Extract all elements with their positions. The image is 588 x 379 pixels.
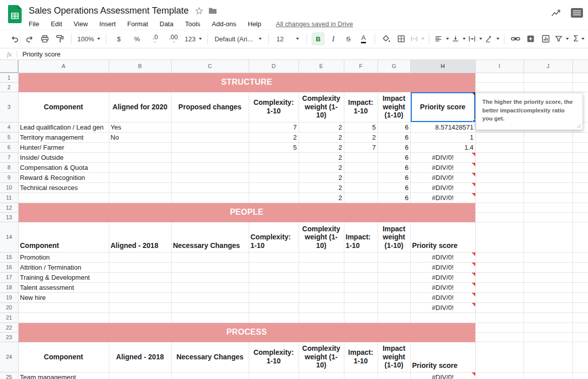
explore-trend-icon[interactable] (551, 9, 562, 18)
cell-J18[interactable] (524, 282, 572, 292)
cell-C15[interactable] (171, 252, 249, 262)
cell-F5[interactable]: 2 (344, 132, 378, 142)
row-header-23[interactable]: 23 (0, 332, 18, 342)
cell-B14[interactable]: Aligned - 2018 (109, 222, 171, 252)
cell-B11[interactable] (109, 193, 171, 203)
cell-C8[interactable] (171, 162, 249, 172)
cell-A11[interactable] (18, 193, 109, 203)
row-header-5[interactable]: 5 (0, 132, 18, 142)
cell-D9[interactable] (249, 172, 299, 182)
row-header-14[interactable]: 14 (0, 222, 18, 252)
cell-B9[interactable] (109, 172, 171, 182)
cell-B16[interactable] (109, 262, 171, 272)
cell-F15[interactable] (344, 252, 378, 262)
functions-button[interactable]: Σ (571, 32, 587, 45)
cell-D21[interactable] (249, 312, 299, 323)
cell-G5[interactable]: 6 (378, 132, 410, 142)
cell-F24[interactable]: Impact: 1-10 (344, 342, 378, 372)
row-header-20[interactable]: 20 (0, 302, 18, 312)
cell-E15[interactable] (299, 252, 344, 262)
cell-A9[interactable]: Reward & Recognition (18, 172, 109, 182)
cell-D3[interactable]: Complexity: 1-10 (249, 92, 299, 122)
cell-H17[interactable]: #DIV/0! (410, 272, 475, 282)
cell-F18[interactable] (344, 282, 378, 292)
cell-B6[interactable] (109, 142, 171, 152)
cell-D8[interactable] (249, 162, 299, 172)
cell-B3[interactable]: Aligned for 2020 (109, 92, 171, 122)
formula-input[interactable]: Priority score (22, 50, 60, 58)
cell-A6[interactable]: Hunter/ Farmer (18, 142, 109, 152)
row-header-10[interactable]: 10 (0, 182, 18, 193)
row-header-25[interactable]: 25 (0, 372, 18, 379)
cell-I23[interactable] (475, 332, 524, 342)
cell-E5[interactable]: 2 (299, 132, 344, 142)
format-percent-button[interactable]: % (129, 32, 145, 45)
column-header-I[interactable]: I (475, 60, 524, 73)
cell-B10[interactable] (109, 182, 171, 193)
row-header-16[interactable]: 16 (0, 262, 18, 272)
cell-F17[interactable] (344, 272, 378, 282)
cell-G3[interactable]: Impact weight (1-10) (378, 92, 410, 122)
cell-F20[interactable] (344, 302, 378, 312)
cell-G10[interactable]: 6 (378, 182, 410, 193)
cell-D16[interactable] (249, 262, 299, 272)
cell-A17[interactable]: Training & Development (18, 272, 109, 282)
bold-button[interactable]: B (312, 32, 325, 45)
cell-J8[interactable] (524, 162, 572, 172)
cell-I24[interactable] (475, 342, 524, 372)
cell-E6[interactable]: 2 (299, 142, 344, 152)
row-header-19[interactable]: 19 (0, 292, 18, 302)
menu-add-ons[interactable]: Add-ons (212, 20, 236, 28)
cell-D20[interactable] (249, 302, 299, 312)
cell-J9[interactable] (524, 172, 572, 182)
cell-C5[interactable] (171, 132, 249, 142)
cell-A19[interactable]: New hire (18, 292, 109, 302)
cell-I2[interactable] (475, 82, 524, 92)
row-header-24[interactable]: 24 (0, 342, 18, 372)
cell-I15[interactable] (475, 252, 524, 262)
cell-F19[interactable] (344, 292, 378, 302)
cell-E11[interactable]: 2 (299, 193, 344, 203)
cell-G20[interactable] (378, 302, 410, 312)
cell-I13[interactable] (475, 212, 524, 222)
fill-color-button[interactable] (380, 32, 393, 45)
cell-K17[interactable] (572, 272, 588, 282)
row-header-6[interactable]: 6 (0, 142, 18, 152)
cell-I6[interactable] (475, 142, 524, 152)
cell-C21[interactable] (171, 312, 249, 323)
cell-G15[interactable] (378, 252, 410, 262)
cell-I20[interactable] (475, 302, 524, 312)
cell-A1[interactable]: STRUCTURE (18, 73, 475, 92)
cell-B5[interactable]: No (109, 132, 171, 142)
cell-E10[interactable]: 2 (299, 182, 344, 193)
cell-K25[interactable] (572, 372, 588, 379)
vertical-align-button[interactable] (451, 32, 466, 45)
cell-I7[interactable] (475, 152, 524, 162)
cell-G7[interactable]: 6 (378, 152, 410, 162)
cell-B18[interactable] (109, 282, 171, 292)
cell-J7[interactable] (524, 152, 572, 162)
cell-A21[interactable] (18, 312, 109, 323)
insert-comment-button[interactable] (524, 32, 537, 45)
cell-C11[interactable] (171, 193, 249, 203)
more-formats-button[interactable]: 123 (183, 32, 203, 45)
cell-A16[interactable]: Attrition / Termination (18, 262, 109, 272)
cell-A20[interactable] (18, 302, 109, 312)
cell-J20[interactable] (524, 302, 572, 312)
column-header-D[interactable]: D (249, 60, 299, 73)
cell-K18[interactable] (572, 282, 588, 292)
cell-J14[interactable] (524, 222, 572, 252)
cell-G8[interactable]: 6 (378, 162, 410, 172)
cell-D7[interactable] (249, 152, 299, 162)
cell-G18[interactable] (378, 282, 410, 292)
borders-button[interactable] (395, 32, 408, 45)
cell-H20[interactable]: #DIV/0! (410, 302, 475, 312)
cell-I10[interactable] (475, 182, 524, 193)
cell-C19[interactable] (171, 292, 249, 302)
cell-H3[interactable]: Priority score (410, 92, 475, 122)
column-header-B[interactable]: B (109, 60, 171, 73)
cell-B7[interactable] (109, 152, 171, 162)
cell-H15[interactable]: #DIV/0! (410, 252, 475, 262)
cell-H9[interactable]: #DIV/0! (410, 172, 475, 182)
cell-F9[interactable] (344, 172, 378, 182)
